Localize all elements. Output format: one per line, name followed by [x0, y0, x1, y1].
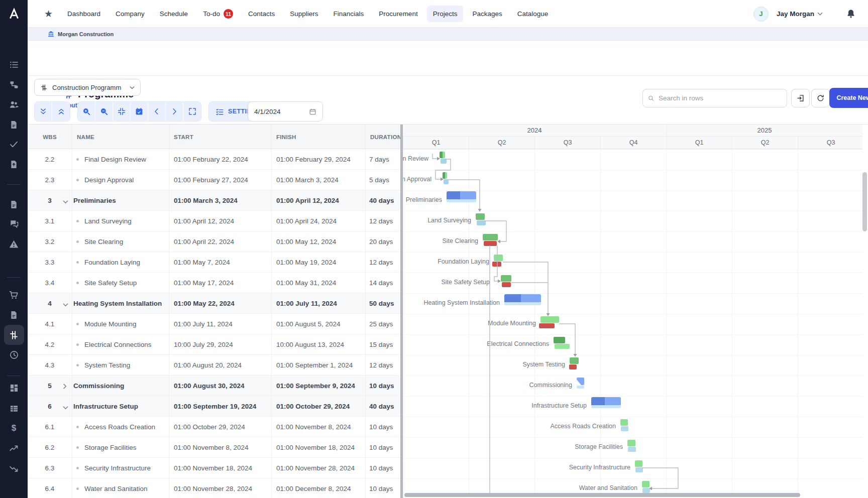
- table-row-4.2[interactable]: 4.2 Electrical Connections10:00 July 29,…: [28, 334, 401, 355]
- sidebar-divider: [7, 184, 21, 185]
- compress-button[interactable]: [113, 102, 131, 121]
- breadcrumb[interactable]: Morgan Construction: [28, 28, 868, 41]
- table-row-2.3[interactable]: 2.3 Design Approval01:00 February 27, 20…: [28, 170, 401, 190]
- collapse-chevron-icon[interactable]: [63, 300, 68, 309]
- horizontal-scrollbar-thumb[interactable]: [404, 493, 800, 497]
- table-row-4.3[interactable]: 4.3 System Testing01:00 August 20, 2024 …: [28, 355, 401, 376]
- sidebar-item-list-icon[interactable]: [4, 55, 24, 75]
- nav-item-financials[interactable]: Financials: [328, 6, 370, 22]
- expand-all-button[interactable]: [52, 102, 70, 121]
- collapse-chevron-icon[interactable]: [63, 197, 68, 206]
- table-row-4.1[interactable]: 4.1 Module Mounting01:00 July 11, 2024 0…: [28, 314, 401, 334]
- table-row-3.4[interactable]: 3.4 Site Safety Setup01:00 May 17, 2024 …: [28, 273, 401, 293]
- wbs-cell: 2.3: [28, 176, 72, 184]
- table-row-2.2[interactable]: 2.2 Final Design Review01:00 February 22…: [28, 149, 401, 170]
- zoom-in-button[interactable]: [78, 102, 95, 121]
- sidebar-item-check-icon[interactable]: [4, 134, 24, 154]
- bullet-icon: [76, 364, 79, 366]
- wbs-cell: 6.2: [28, 444, 72, 451]
- date-picker[interactable]: 4/1/2024: [248, 101, 323, 121]
- nav-item-suppliers[interactable]: Suppliers: [284, 6, 324, 22]
- favorites-star-icon[interactable]: ★: [44, 0, 53, 28]
- calendar-button[interactable]: [131, 102, 148, 121]
- table-row-5[interactable]: 5 Commissioning01:00 August 30, 2024 01:…: [28, 376, 401, 396]
- nav-item-packages[interactable]: Packages: [466, 6, 508, 22]
- wbs-cell: 3.1: [28, 217, 72, 225]
- export-button[interactable]: [791, 89, 810, 107]
- column-header-start[interactable]: START: [169, 125, 271, 149]
- sidebar-item-chat-icon[interactable]: [4, 214, 24, 234]
- expand-chevron-icon[interactable]: [63, 382, 67, 391]
- duration-cell: 40 days: [369, 403, 400, 410]
- sidebar-item-trend-down-icon[interactable]: [4, 458, 24, 478]
- sidebar-item-table-icon[interactable]: [4, 399, 24, 419]
- nav-item-dashboard[interactable]: Dashboard: [61, 6, 106, 22]
- table-row-3.2[interactable]: 3.2 Site Clearing01:00 April 22, 2024 01…: [28, 231, 401, 252]
- column-header-name[interactable]: NAME: [72, 125, 169, 149]
- app-logo[interactable]: [0, 0, 28, 28]
- column-header-duration[interactable]: DURATION: [365, 125, 401, 149]
- table-row-3.3[interactable]: 3.3 Foundation Laying01:00 May 7, 2024 0…: [28, 252, 401, 273]
- nav-item-label: Suppliers: [290, 10, 318, 18]
- nav-item-procurement[interactable]: Procurement: [373, 6, 423, 22]
- finish-cell: 01:00 July 11, 2024: [276, 300, 364, 307]
- chevron-left-button[interactable]: [148, 102, 166, 121]
- sidebar-item-hierarchy-icon[interactable]: [4, 75, 24, 95]
- table-row-6.4[interactable]: 6.4 Water and Sanitation01:00 November 2…: [28, 478, 401, 498]
- nav-item-contacts[interactable]: Contacts: [242, 6, 281, 22]
- avatar[interactable]: J: [753, 7, 769, 22]
- nav-item-projects[interactable]: Projects: [427, 6, 464, 22]
- sidebar-item-trend-up-icon[interactable]: [4, 438, 24, 458]
- sidebar-item-dashboard-icon[interactable]: [4, 378, 24, 398]
- sidebar-item-document-icon[interactable]: [4, 194, 24, 214]
- nav-item-company[interactable]: Company: [110, 6, 151, 22]
- table-row-6.2[interactable]: 6.2 Storage Facilities01:00 November 8, …: [28, 437, 401, 458]
- fullscreen-button[interactable]: [183, 102, 201, 121]
- table-row-6.1[interactable]: 6.1 Access Roads Creation01:00 October 2…: [28, 417, 401, 437]
- nav-item-label: Packages: [472, 10, 502, 18]
- column-header-finish[interactable]: FINISH: [271, 125, 365, 149]
- table-row-6.3[interactable]: 6.3 Security Infrastructure01:00 Novembe…: [28, 458, 401, 478]
- zoom-out-button[interactable]: [95, 102, 113, 121]
- collapse-chevron-icon[interactable]: [63, 403, 68, 412]
- table-row-4[interactable]: 4 Heating System Installation01:00 May 2…: [28, 293, 401, 314]
- column-divider: [169, 125, 169, 498]
- sidebar-item-team-icon[interactable]: [4, 94, 24, 114]
- bullet-icon: [76, 343, 79, 346]
- user-menu[interactable]: Jay Morgan: [777, 10, 823, 18]
- nav-item-label: Catalogue: [517, 10, 549, 18]
- notifications-bell-icon[interactable]: [846, 9, 856, 19]
- calendar-icon: [309, 108, 316, 115]
- start-cell: 01:00 April 22, 2024: [174, 238, 270, 245]
- table-row-3.1[interactable]: 3.1 Land Surveying01:00 April 12, 2024 0…: [28, 211, 401, 231]
- programme-selector[interactable]: Construction Programm: [34, 79, 141, 96]
- sidebar-item-document-icon[interactable]: [4, 305, 24, 325]
- sidebar-item-clock-icon[interactable]: [4, 345, 24, 365]
- bullet-icon: [76, 179, 79, 181]
- nav-item-catalogue[interactable]: Catalogue: [511, 6, 555, 22]
- wbs-cell: 6.3: [28, 464, 72, 472]
- wbs-cell: 2.2: [28, 156, 72, 163]
- breadcrumb-label: Morgan Construction: [58, 31, 114, 37]
- sidebar-item-file-upload-icon[interactable]: [4, 154, 24, 174]
- main-menu: DashboardCompanyScheduleTo-do11ContactsS…: [61, 0, 554, 28]
- sidebar-item-warning-icon[interactable]: [4, 234, 24, 254]
- sidebar-item-cart-icon[interactable]: [4, 285, 24, 305]
- sidebar-item-document-icon[interactable]: [4, 114, 24, 135]
- table-row-6[interactable]: 6 Infrastructure Setup01:00 September 19…: [28, 396, 401, 417]
- nav-item-to-do[interactable]: To-do11: [197, 5, 239, 23]
- chevron-right-button[interactable]: [166, 102, 183, 121]
- nav-item-schedule[interactable]: Schedule: [154, 6, 194, 22]
- collapse-all-button[interactable]: [35, 102, 52, 121]
- search-input[interactable]: [659, 94, 782, 102]
- column-header-wbs[interactable]: WBS: [28, 125, 72, 149]
- sidebar-item-programme-icon[interactable]: [4, 325, 24, 345]
- sidebar-item-dollar-icon[interactable]: $: [4, 418, 24, 438]
- table-gantt-splitter[interactable]: [400, 125, 403, 498]
- nav-item-label: Procurement: [379, 10, 417, 18]
- duration-cell: 10 days: [369, 464, 400, 472]
- refresh-button[interactable]: [811, 89, 830, 107]
- table-row-3[interactable]: 3 Preliminaries01:00 March 3, 2024 01:00…: [28, 190, 401, 211]
- create-new-task-button[interactable]: Create New Task: [829, 88, 868, 108]
- vertical-scrollbar-thumb[interactable]: [862, 172, 867, 231]
